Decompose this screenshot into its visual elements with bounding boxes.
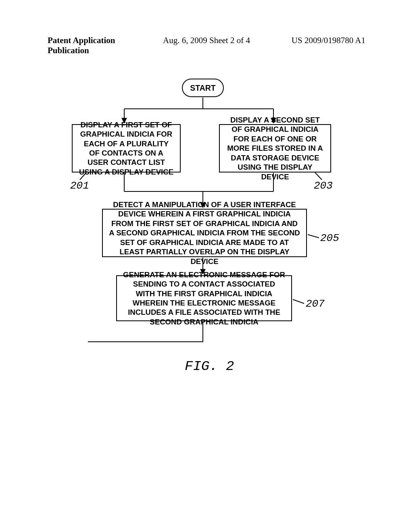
start-node: START: [182, 79, 224, 97]
flow-box-203-text: DISPLAY A SECOND SET OF GRAPHICAL INDICI…: [225, 115, 325, 181]
page-header: Patent Application Publication Aug. 6, 2…: [0, 0, 413, 56]
flow-box-205: DETECT A MANIPULATION OF A USER INTERFAC…: [102, 209, 307, 257]
header-mid: Aug. 6, 2009 Sheet 2 of 4: [154, 35, 260, 56]
flow-box-207-text: GENERATE AN ELECTRONIC MESSAGE FOR SENDI…: [123, 270, 286, 327]
flowchart: START DISPLAY A FIRST SET OF GRAPHICAL I…: [48, 77, 365, 391]
ref-203: 203: [314, 180, 333, 192]
flow-box-203: DISPLAY A SECOND SET OF GRAPHICAL INDICI…: [219, 124, 331, 172]
flow-box-207: GENERATE AN ELECTRONIC MESSAGE FOR SENDI…: [116, 275, 292, 321]
ref-205: 205: [320, 232, 339, 244]
header-right: US 2009/0198780 A1: [259, 35, 365, 56]
ref-201: 201: [70, 180, 89, 192]
ref-207: 207: [306, 298, 325, 310]
flow-box-205-text: DETECT A MANIPULATION OF A USER INTERFAC…: [108, 200, 300, 266]
flow-box-201-text: DISPLAY A FIRST SET OF GRAPHICAL INDICIA…: [78, 120, 174, 177]
figure-label: FIG. 2: [185, 359, 234, 374]
flow-box-201: DISPLAY A FIRST SET OF GRAPHICAL INDICIA…: [72, 124, 181, 172]
start-label: START: [190, 83, 216, 93]
header-left: Patent Application Publication: [48, 35, 154, 56]
